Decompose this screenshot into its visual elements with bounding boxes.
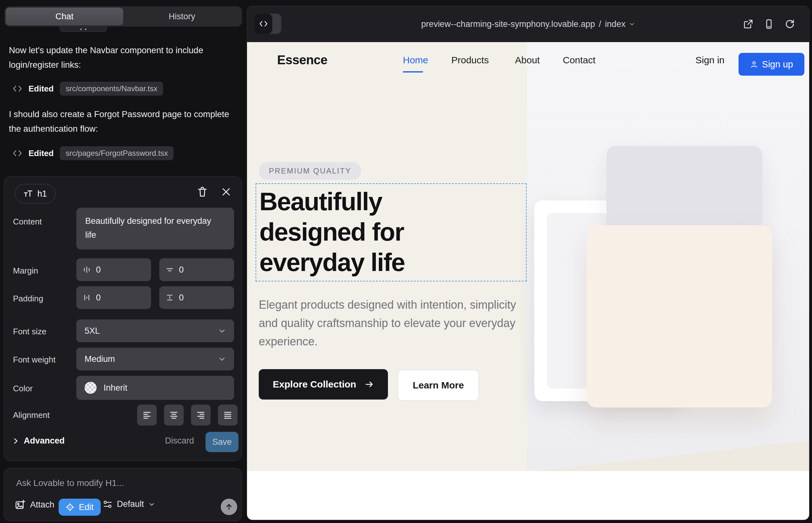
external-link-icon: [743, 19, 754, 30]
preview-page: index: [605, 19, 625, 29]
align-center-icon: [169, 410, 179, 420]
user-icon: [750, 60, 758, 68]
arrow-right-icon: [365, 380, 374, 389]
element-tag-label: h1: [37, 189, 47, 199]
content-label: Content: [13, 217, 42, 227]
code-icon: [13, 85, 22, 92]
mobile-view-button[interactable]: [762, 17, 776, 31]
align-left-button[interactable]: [137, 404, 157, 426]
color-select[interactable]: Inherit: [76, 376, 234, 400]
padding-y-input[interactable]: 0: [159, 286, 234, 309]
code-icon: [254, 14, 272, 34]
assistant-message: I should also create a Forgot Password p…: [9, 107, 234, 136]
smartphone-icon: [763, 19, 774, 30]
font-weight-label: Font weight: [13, 355, 55, 365]
tab-chat[interactable]: Chat: [6, 7, 123, 25]
padding-horizontal-icon: [83, 293, 91, 302]
open-external-button[interactable]: [741, 17, 755, 31]
align-right-icon: [196, 410, 206, 420]
code-preview-toggle[interactable]: [254, 14, 281, 34]
font-size-label: Font size: [13, 327, 47, 337]
nav-link-contact[interactable]: Contact: [563, 42, 595, 78]
path-separator: /: [599, 19, 601, 29]
refresh-icon: [784, 19, 795, 30]
sliders-icon: [103, 500, 112, 509]
sign-in-link[interactable]: Sign in: [695, 42, 725, 78]
learn-more-button[interactable]: Learn More: [398, 370, 479, 401]
hero-section: Essence Home Products About Contact Sign…: [247, 42, 809, 471]
refresh-button[interactable]: [783, 17, 796, 31]
nav-link-home[interactable]: Home: [403, 42, 428, 78]
align-justify-button[interactable]: [218, 404, 237, 426]
save-button[interactable]: Save: [206, 432, 239, 452]
preview-url[interactable]: preview--charming-site-symphony.lovable.…: [421, 6, 635, 42]
hero-heading[interactable]: Beautifully designed for everyday life: [259, 186, 405, 278]
type-icon: [23, 190, 33, 198]
alignment-label: Alignment: [13, 410, 50, 420]
chevron-down-icon: [218, 327, 226, 335]
explore-collection-button[interactable]: Explore Collection: [259, 369, 388, 399]
chat-history-tabs: Chat History: [4, 6, 242, 26]
chevron-down-icon: [218, 355, 226, 363]
assistant-message: Now let's update the Navbar component to…: [9, 43, 234, 72]
element-editor-panel: h1 Content Beautifully designed for ever…: [4, 176, 242, 461]
preview-domain: preview--charming-site-symphony.lovable.…: [421, 19, 595, 29]
site-logo[interactable]: Essence: [277, 42, 328, 78]
crosshair-icon: [66, 503, 74, 511]
truncated-badge: [59, 26, 107, 32]
sign-up-button[interactable]: Sign up: [739, 53, 805, 76]
edited-label: Edited: [29, 148, 54, 158]
tab-history[interactable]: History: [123, 7, 241, 25]
attach-image-icon: [15, 499, 26, 510]
chevron-down-icon: [629, 21, 635, 27]
chevron-down-icon: [148, 501, 155, 507]
arrow-up-icon: [225, 502, 233, 511]
attach-button[interactable]: Attach: [15, 499, 54, 510]
active-nav-underline: [403, 71, 423, 72]
delete-element-button[interactable]: [197, 186, 208, 198]
site-navbar: Essence Home Products About Contact Sign…: [247, 42, 809, 78]
edited-file-row: Edited src/components/Navbar.tsx: [13, 81, 163, 96]
hero-description: Elegant products designed with intention…: [259, 296, 522, 351]
discard-button[interactable]: Discard: [165, 436, 194, 446]
font-weight-select[interactable]: Medium: [76, 348, 234, 371]
edited-label: Edited: [29, 84, 54, 94]
align-left-icon: [142, 410, 152, 420]
site-content: Essence Home Products About Contact Sign…: [247, 42, 809, 520]
decor-card-cream: [586, 225, 772, 408]
code-icon: [13, 149, 22, 157]
padding-label: Padding: [13, 294, 43, 304]
margin-vertical-icon: [166, 266, 174, 274]
margin-y-input[interactable]: 0: [159, 258, 234, 281]
align-center-button[interactable]: [164, 404, 184, 426]
composer-input[interactable]: [16, 478, 219, 488]
color-swatch: [85, 382, 96, 394]
preview-browser-window: preview--charming-site-symphony.lovable.…: [247, 6, 810, 520]
chat-composer: Attach Edit Default: [4, 468, 242, 521]
advanced-toggle[interactable]: Advanced: [13, 436, 65, 446]
font-size-select[interactable]: 5XL: [76, 320, 234, 342]
preview-pane: preview--charming-site-symphony.lovable.…: [246, 0, 812, 523]
content-input[interactable]: Beautifully designed for everyday life: [76, 208, 234, 250]
align-right-button[interactable]: [191, 404, 211, 426]
preview-toolbar-actions: [741, 6, 796, 42]
nav-link-products[interactable]: Products: [451, 42, 489, 78]
padding-x-input[interactable]: 0: [76, 286, 151, 309]
default-mode-select[interactable]: Default: [103, 499, 155, 509]
color-label: Color: [13, 384, 33, 394]
edited-file-row: Edited src/pages/ForgotPassword.tsx: [13, 146, 174, 161]
padding-vertical-icon: [166, 293, 174, 302]
edit-mode-button[interactable]: Edit: [58, 499, 101, 516]
align-justify-icon: [223, 410, 232, 420]
premium-quality-badge: PREMIUM QUALITY: [259, 162, 361, 180]
edited-file-badge[interactable]: src/components/Navbar.tsx: [60, 82, 163, 96]
chat-sidebar: Chat History Now let's update the Navbar…: [0, 0, 246, 523]
close-panel-button[interactable]: [222, 187, 231, 197]
margin-horizontal-icon: [83, 266, 91, 274]
margin-x-input[interactable]: 0: [76, 258, 151, 281]
send-button[interactable]: [221, 499, 237, 515]
element-tag-badge: h1: [15, 184, 55, 203]
nav-link-about[interactable]: About: [515, 42, 540, 78]
edited-file-badge[interactable]: src/pages/ForgotPassword.tsx: [60, 146, 174, 160]
margin-label: Margin: [13, 266, 38, 276]
